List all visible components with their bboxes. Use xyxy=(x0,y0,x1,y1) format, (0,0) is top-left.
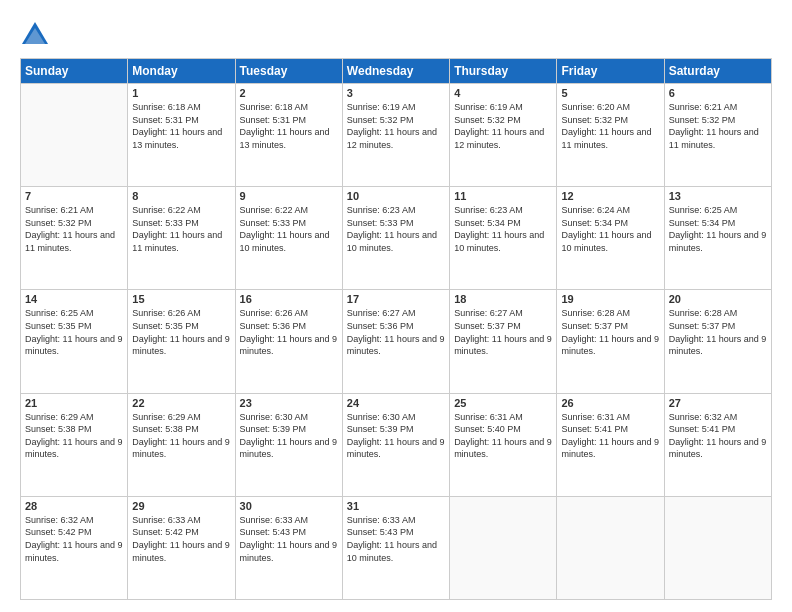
day-info: Sunrise: 6:33 AMSunset: 5:43 PMDaylight:… xyxy=(240,514,338,564)
calendar-cell: 20Sunrise: 6:28 AMSunset: 5:37 PMDayligh… xyxy=(664,290,771,393)
calendar-table: SundayMondayTuesdayWednesdayThursdayFrid… xyxy=(20,58,772,600)
day-number: 13 xyxy=(669,190,767,202)
day-info: Sunrise: 6:28 AMSunset: 5:37 PMDaylight:… xyxy=(669,307,767,357)
day-info: Sunrise: 6:33 AMSunset: 5:42 PMDaylight:… xyxy=(132,514,230,564)
day-number: 31 xyxy=(347,500,445,512)
day-info: Sunrise: 6:33 AMSunset: 5:43 PMDaylight:… xyxy=(347,514,445,564)
header xyxy=(20,18,772,48)
day-info: Sunrise: 6:22 AMSunset: 5:33 PMDaylight:… xyxy=(240,204,338,254)
day-info: Sunrise: 6:31 AMSunset: 5:40 PMDaylight:… xyxy=(454,411,552,461)
calendar-cell: 21Sunrise: 6:29 AMSunset: 5:38 PMDayligh… xyxy=(21,393,128,496)
weekday-header-saturday: Saturday xyxy=(664,59,771,84)
page: SundayMondayTuesdayWednesdayThursdayFrid… xyxy=(0,0,792,612)
calendar-cell: 4Sunrise: 6:19 AMSunset: 5:32 PMDaylight… xyxy=(450,84,557,187)
calendar-cell: 30Sunrise: 6:33 AMSunset: 5:43 PMDayligh… xyxy=(235,496,342,599)
weekday-header-sunday: Sunday xyxy=(21,59,128,84)
calendar-cell: 5Sunrise: 6:20 AMSunset: 5:32 PMDaylight… xyxy=(557,84,664,187)
calendar-cell: 24Sunrise: 6:30 AMSunset: 5:39 PMDayligh… xyxy=(342,393,449,496)
calendar-cell: 15Sunrise: 6:26 AMSunset: 5:35 PMDayligh… xyxy=(128,290,235,393)
day-number: 21 xyxy=(25,397,123,409)
calendar-cell: 12Sunrise: 6:24 AMSunset: 5:34 PMDayligh… xyxy=(557,187,664,290)
day-number: 22 xyxy=(132,397,230,409)
day-number: 4 xyxy=(454,87,552,99)
day-number: 17 xyxy=(347,293,445,305)
calendar-cell xyxy=(557,496,664,599)
day-info: Sunrise: 6:18 AMSunset: 5:31 PMDaylight:… xyxy=(240,101,338,151)
day-number: 19 xyxy=(561,293,659,305)
weekday-header-wednesday: Wednesday xyxy=(342,59,449,84)
day-info: Sunrise: 6:32 AMSunset: 5:41 PMDaylight:… xyxy=(669,411,767,461)
day-info: Sunrise: 6:30 AMSunset: 5:39 PMDaylight:… xyxy=(347,411,445,461)
calendar-cell: 25Sunrise: 6:31 AMSunset: 5:40 PMDayligh… xyxy=(450,393,557,496)
day-number: 26 xyxy=(561,397,659,409)
day-info: Sunrise: 6:26 AMSunset: 5:36 PMDaylight:… xyxy=(240,307,338,357)
day-info: Sunrise: 6:20 AMSunset: 5:32 PMDaylight:… xyxy=(561,101,659,151)
calendar-week-4: 28Sunrise: 6:32 AMSunset: 5:42 PMDayligh… xyxy=(21,496,772,599)
day-info: Sunrise: 6:27 AMSunset: 5:36 PMDaylight:… xyxy=(347,307,445,357)
day-info: Sunrise: 6:29 AMSunset: 5:38 PMDaylight:… xyxy=(25,411,123,461)
day-number: 23 xyxy=(240,397,338,409)
day-number: 3 xyxy=(347,87,445,99)
day-number: 11 xyxy=(454,190,552,202)
day-number: 29 xyxy=(132,500,230,512)
calendar-cell: 13Sunrise: 6:25 AMSunset: 5:34 PMDayligh… xyxy=(664,187,771,290)
day-info: Sunrise: 6:25 AMSunset: 5:34 PMDaylight:… xyxy=(669,204,767,254)
day-number: 24 xyxy=(347,397,445,409)
calendar-cell: 16Sunrise: 6:26 AMSunset: 5:36 PMDayligh… xyxy=(235,290,342,393)
calendar-week-1: 7Sunrise: 6:21 AMSunset: 5:32 PMDaylight… xyxy=(21,187,772,290)
day-info: Sunrise: 6:27 AMSunset: 5:37 PMDaylight:… xyxy=(454,307,552,357)
day-info: Sunrise: 6:25 AMSunset: 5:35 PMDaylight:… xyxy=(25,307,123,357)
calendar-cell: 28Sunrise: 6:32 AMSunset: 5:42 PMDayligh… xyxy=(21,496,128,599)
logo-icon xyxy=(20,18,50,48)
calendar-header-row: SundayMondayTuesdayWednesdayThursdayFrid… xyxy=(21,59,772,84)
day-number: 25 xyxy=(454,397,552,409)
day-number: 2 xyxy=(240,87,338,99)
day-info: Sunrise: 6:32 AMSunset: 5:42 PMDaylight:… xyxy=(25,514,123,564)
day-number: 28 xyxy=(25,500,123,512)
day-info: Sunrise: 6:31 AMSunset: 5:41 PMDaylight:… xyxy=(561,411,659,461)
day-info: Sunrise: 6:23 AMSunset: 5:34 PMDaylight:… xyxy=(454,204,552,254)
day-number: 6 xyxy=(669,87,767,99)
logo xyxy=(20,18,56,48)
calendar-cell: 10Sunrise: 6:23 AMSunset: 5:33 PMDayligh… xyxy=(342,187,449,290)
calendar-cell: 2Sunrise: 6:18 AMSunset: 5:31 PMDaylight… xyxy=(235,84,342,187)
day-number: 18 xyxy=(454,293,552,305)
calendar-week-3: 21Sunrise: 6:29 AMSunset: 5:38 PMDayligh… xyxy=(21,393,772,496)
calendar-cell: 17Sunrise: 6:27 AMSunset: 5:36 PMDayligh… xyxy=(342,290,449,393)
weekday-header-thursday: Thursday xyxy=(450,59,557,84)
day-number: 8 xyxy=(132,190,230,202)
calendar-week-0: 1Sunrise: 6:18 AMSunset: 5:31 PMDaylight… xyxy=(21,84,772,187)
calendar-cell xyxy=(664,496,771,599)
day-info: Sunrise: 6:19 AMSunset: 5:32 PMDaylight:… xyxy=(454,101,552,151)
calendar-cell: 19Sunrise: 6:28 AMSunset: 5:37 PMDayligh… xyxy=(557,290,664,393)
day-number: 5 xyxy=(561,87,659,99)
calendar-cell xyxy=(21,84,128,187)
day-info: Sunrise: 6:26 AMSunset: 5:35 PMDaylight:… xyxy=(132,307,230,357)
day-info: Sunrise: 6:21 AMSunset: 5:32 PMDaylight:… xyxy=(669,101,767,151)
day-number: 16 xyxy=(240,293,338,305)
calendar-cell: 27Sunrise: 6:32 AMSunset: 5:41 PMDayligh… xyxy=(664,393,771,496)
calendar-cell: 31Sunrise: 6:33 AMSunset: 5:43 PMDayligh… xyxy=(342,496,449,599)
day-info: Sunrise: 6:23 AMSunset: 5:33 PMDaylight:… xyxy=(347,204,445,254)
day-number: 14 xyxy=(25,293,123,305)
calendar-cell: 6Sunrise: 6:21 AMSunset: 5:32 PMDaylight… xyxy=(664,84,771,187)
day-info: Sunrise: 6:21 AMSunset: 5:32 PMDaylight:… xyxy=(25,204,123,254)
calendar-cell: 26Sunrise: 6:31 AMSunset: 5:41 PMDayligh… xyxy=(557,393,664,496)
day-number: 30 xyxy=(240,500,338,512)
calendar-cell: 14Sunrise: 6:25 AMSunset: 5:35 PMDayligh… xyxy=(21,290,128,393)
calendar-cell: 3Sunrise: 6:19 AMSunset: 5:32 PMDaylight… xyxy=(342,84,449,187)
calendar-cell: 22Sunrise: 6:29 AMSunset: 5:38 PMDayligh… xyxy=(128,393,235,496)
weekday-header-friday: Friday xyxy=(557,59,664,84)
day-info: Sunrise: 6:28 AMSunset: 5:37 PMDaylight:… xyxy=(561,307,659,357)
weekday-header-tuesday: Tuesday xyxy=(235,59,342,84)
day-number: 10 xyxy=(347,190,445,202)
calendar-week-2: 14Sunrise: 6:25 AMSunset: 5:35 PMDayligh… xyxy=(21,290,772,393)
calendar-cell xyxy=(450,496,557,599)
day-number: 12 xyxy=(561,190,659,202)
calendar-cell: 11Sunrise: 6:23 AMSunset: 5:34 PMDayligh… xyxy=(450,187,557,290)
day-info: Sunrise: 6:19 AMSunset: 5:32 PMDaylight:… xyxy=(347,101,445,151)
day-number: 9 xyxy=(240,190,338,202)
day-info: Sunrise: 6:22 AMSunset: 5:33 PMDaylight:… xyxy=(132,204,230,254)
calendar-cell: 1Sunrise: 6:18 AMSunset: 5:31 PMDaylight… xyxy=(128,84,235,187)
calendar-cell: 8Sunrise: 6:22 AMSunset: 5:33 PMDaylight… xyxy=(128,187,235,290)
